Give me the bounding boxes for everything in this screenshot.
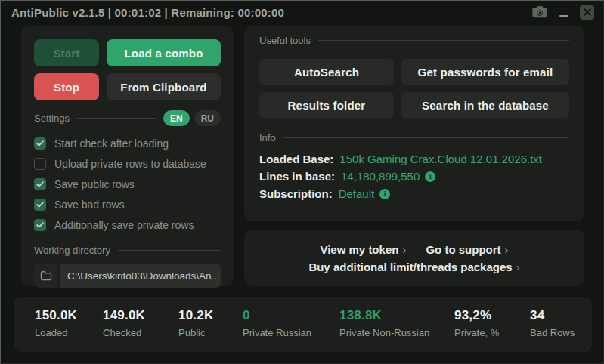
checkbox-label: Save public rows <box>54 178 135 190</box>
stat-bad-rows: 34 Bad Rows <box>530 308 575 338</box>
titlebar-icons <box>531 5 594 20</box>
stat-label: Public <box>178 327 213 338</box>
results-folder-button[interactable]: Results folder <box>259 92 394 118</box>
info-icon[interactable] <box>425 171 435 182</box>
checkbox-label: Upload private rows to database <box>54 158 206 170</box>
stop-button[interactable]: Stop <box>34 73 99 100</box>
checkbox-label: Additionally save private rows <box>54 219 194 231</box>
stat-private-non-russian: 138.8K Private Non-Russian <box>339 308 429 338</box>
settings-checkboxes: Start check after loading Upload private… <box>34 137 221 232</box>
stat-value: 0 <box>243 308 311 323</box>
useful-tools-header: Useful tools <box>259 35 569 46</box>
info-row-label: Subscription: <box>259 187 333 200</box>
checkbox-save-bad-rows[interactable]: Save bad rows <box>34 198 221 211</box>
stat-public: 10.2K Public <box>178 308 213 338</box>
checkbox-icon <box>34 137 46 150</box>
info-row-label: Lines in base: <box>259 170 335 183</box>
info-row-lines-in-base: Lines in base: 14,180,899,550 <box>259 168 569 185</box>
useful-tools-buttons: AutoSearch Get passwords for email Resul… <box>259 59 569 118</box>
info-header: Info <box>259 132 569 143</box>
checkbox-label: Save bad rows <box>54 199 125 211</box>
go-to-support-link[interactable]: Go to support› <box>426 243 508 256</box>
link-text: View my token <box>320 243 398 256</box>
checkbox-label: Start check after loading <box>54 137 169 150</box>
divider <box>118 250 221 251</box>
checkbox-icon <box>34 158 46 170</box>
checkbox-icon <box>34 219 46 231</box>
info-row-value: Default <box>339 187 375 200</box>
window-title: AntiPublic v2.1.5 | 00:01:02 | Remaining… <box>11 6 284 19</box>
buy-packages-link[interactable]: Buy additional limit/threads packages› <box>308 261 519 273</box>
get-passwords-button[interactable]: Get passwords for email <box>401 59 569 85</box>
control-panel: Start Load a combo Stop From Clipboard S… <box>21 26 234 286</box>
info-rows: Loaded Base: 150k Gaming Crax.Cloud 12.0… <box>259 150 569 202</box>
settings-label: Settings <box>34 113 70 124</box>
load-combo-button[interactable]: Load a combo <box>107 39 221 66</box>
working-directory-row: C:\Users\kirito03\Downloads\An... <box>34 264 221 288</box>
close-icon <box>584 8 591 16</box>
autosearch-button[interactable]: AutoSearch <box>259 59 394 85</box>
chevron-right-icon: › <box>516 261 520 273</box>
checkbox-additionally-save-private-rows[interactable]: Additionally save private rows <box>34 218 221 232</box>
info-label: Info <box>259 132 276 143</box>
divider <box>77 118 156 119</box>
stat-value: 10.2K <box>178 308 213 323</box>
stat-loaded: 150.0K Loaded <box>35 308 77 338</box>
start-button[interactable]: Start <box>34 39 99 66</box>
stat-label: Private Russian <box>243 327 311 338</box>
link-text: Go to support <box>426 243 500 256</box>
tools-info-panel: Useful tools AutoSearch Get passwords fo… <box>244 26 584 221</box>
links-panel: View my token› Go to support› Buy additi… <box>244 230 584 286</box>
checkbox-start-check-after-loading[interactable]: Start check after loading <box>34 137 221 150</box>
stat-checked: 149.0K Checked <box>103 308 145 338</box>
checkbox-icon <box>34 199 46 211</box>
info-row-loaded-base: Loaded Base: 150k Gaming Crax.Cloud 12.0… <box>259 150 569 168</box>
language-en-button[interactable]: EN <box>163 110 190 126</box>
stat-label: Private Non-Russian <box>339 327 429 338</box>
stat-private-russian: 0 Private Russian <box>243 308 311 338</box>
info-icon[interactable] <box>379 189 390 199</box>
divider <box>283 137 569 138</box>
stats-bar: 150.0K Loaded 149.0K Checked 10.2K Publi… <box>14 297 592 352</box>
links-line-1: View my token› Go to support› <box>320 243 508 256</box>
info-row-value: 150k Gaming Crax.Cloud 12.01.2026.txt <box>339 153 542 165</box>
stat-value: 138.8K <box>339 308 429 323</box>
links-line-2: Buy additional limit/threads packages› <box>308 261 519 273</box>
from-clipboard-button[interactable]: From Clipboard <box>107 73 221 100</box>
working-directory-label: Working directory <box>34 245 110 256</box>
folder-icon <box>40 270 52 281</box>
titlebar: AntiPublic v2.1.5 | 00:01:02 | Remaining… <box>1 1 603 23</box>
search-database-button[interactable]: Search in the database <box>401 92 569 118</box>
link-text: Buy additional limit/threads packages <box>308 261 512 273</box>
info-row-value: 14,180,899,550 <box>341 170 420 183</box>
info-row-subscription: Subscription: Default <box>259 185 569 202</box>
app-window: AntiPublic v2.1.5 | 00:01:02 | Remaining… <box>0 0 604 364</box>
stat-label: Private, % <box>454 327 499 338</box>
useful-tools-label: Useful tools <box>259 35 311 46</box>
stat-value: 34 <box>530 308 575 323</box>
stat-private-percent: 93,2% Private, % <box>454 308 499 338</box>
stat-value: 150.0K <box>35 308 77 323</box>
minimize-button[interactable] <box>558 5 570 19</box>
stat-value: 149.0K <box>103 308 145 323</box>
minimize-icon <box>559 15 568 17</box>
stat-value: 93,2% <box>454 308 499 323</box>
working-directory-path[interactable]: C:\Users\kirito03\Downloads\An... <box>60 264 221 288</box>
checkbox-upload-private-rows[interactable]: Upload private rows to database <box>34 157 221 171</box>
view-token-link[interactable]: View my token› <box>320 243 406 256</box>
checkbox-save-public-rows[interactable]: Save public rows <box>34 177 221 191</box>
info-row-label: Loaded Base: <box>259 153 333 165</box>
browse-folder-button[interactable] <box>34 264 60 288</box>
working-directory-header: Working directory <box>34 245 221 256</box>
language-ru-button[interactable]: RU <box>194 110 221 126</box>
run-buttons: Start Load a combo Stop From Clipboard <box>34 39 221 100</box>
screenshot-camera-icon[interactable] <box>531 5 548 19</box>
settings-header: Settings EN RU <box>34 110 221 126</box>
divider <box>318 40 569 41</box>
stat-label: Bad Rows <box>530 327 575 338</box>
stat-label: Loaded <box>35 327 77 338</box>
chevron-right-icon: › <box>402 243 406 256</box>
close-button[interactable] <box>580 5 594 20</box>
checkbox-icon <box>34 178 46 190</box>
stat-label: Checked <box>103 327 145 338</box>
